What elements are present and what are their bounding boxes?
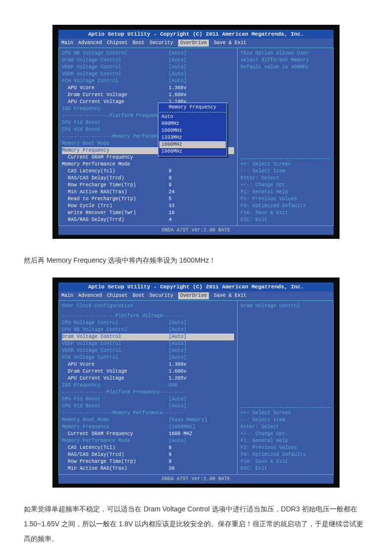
help-line: F1: General Help <box>241 438 330 444</box>
help-line: F9: Optimized Defaults <box>241 203 330 210</box>
bios-window: Aptio Setup Utility - Copyright (C) 2011… <box>52 25 340 239</box>
help-line: +/-: Change Opt. <box>241 431 330 438</box>
setting-row[interactable]: Read to Precharge(Trtp)5 <box>62 196 234 203</box>
help-line: ESC: Exit <box>241 217 330 223</box>
settings-list[interactable]: ------------------Platform Voltage------… <box>62 313 234 472</box>
help-line: Enter: Select <box>241 175 330 182</box>
setting-row[interactable]: RAS/RAS Delay(Trrd)4 <box>62 217 234 223</box>
bios-window: Aptio Setup Utility - Copyright (C) 2011… <box>52 278 340 488</box>
help-line: ESC: Exit <box>241 465 330 472</box>
bios-left-panel: Over Clock Configuration ---------------… <box>59 301 237 474</box>
setting-row[interactable]: Memory Frequency[1600MHz] <box>62 424 234 431</box>
setting-row[interactable]: Memory Boot Mode[Easy Memory] <box>62 417 234 424</box>
help-line: F1: General Help <box>241 189 330 196</box>
setting-row[interactable]: CPU Fid Boost[Auto] <box>62 396 234 403</box>
bios-title: Aptio Setup Utility - Copyright (C) 2011… <box>58 30 334 39</box>
setting-row[interactable]: APU Current Voltage1.205v <box>62 375 234 382</box>
popup-option[interactable]: 1600MHz <box>159 141 226 148</box>
help-line: ++: Select Screen <box>241 410 330 417</box>
menu-item[interactable]: Main <box>61 292 73 299</box>
setting-row[interactable]: CPU NB Voltage Control[Auto] <box>62 50 234 57</box>
menu-item[interactable]: Advanced <box>78 292 102 299</box>
popup-options[interactable]: Auto800MHz1066MHz1333MHz1600MHz1866MHz <box>159 113 226 155</box>
setting-row[interactable]: VDDP Voltage Control[Auto] <box>62 64 234 71</box>
setting-row[interactable]: CPU Vid Boost[Auto] <box>62 403 234 410</box>
bios-body: Over Clock Configuration ---------------… <box>58 300 334 475</box>
setting-row[interactable]: CAS Latency(Tcl)9 <box>62 168 234 175</box>
help-line: F9: Optimized Defaults <box>241 451 330 458</box>
bios-right-panel: This Option Allows Userselect different … <box>237 48 333 225</box>
help-line: select different Memory <box>241 57 330 64</box>
setting-row[interactable]: Row Cycle (Trc)33 <box>62 203 234 210</box>
help-line: Dram Voltage Control <box>241 303 330 310</box>
help-text: Dram Voltage Control <box>241 303 330 310</box>
popup-title: Memory Frequency <box>159 104 226 112</box>
help-line: Enter: Select <box>241 424 330 431</box>
help-line: ↑↓: Select Item <box>241 168 330 175</box>
bios-menu-bar[interactable]: MainAdvancedChipsetBootSecurityOverDrive… <box>58 291 334 300</box>
setting-row[interactable]: Row Precharge Time(Trp)9 <box>62 182 234 189</box>
key-legend: ++: Select Screen↑↓: Select ItemEnter: S… <box>241 159 330 223</box>
setting-row[interactable]: Memory Performance Mode[Auto] <box>62 438 234 444</box>
setting-row[interactable]: Memory Performance Mode <box>62 161 234 168</box>
setting-row[interactable]: FCH Voltage Control[Auto] <box>62 354 234 361</box>
setting-row[interactable]: Dram Voltage Control[Auto] <box>62 57 234 64</box>
menu-item[interactable]: Chipset <box>107 292 128 299</box>
setting-row[interactable]: CPU NB Voltage Control[Auto] <box>62 327 234 333</box>
setting-row[interactable]: VDDR Voltage Control[Auto] <box>62 347 234 354</box>
setting-row[interactable]: Min Active RAS(Tras)24 <box>62 189 234 196</box>
setting-row[interactable]: FCH Voltage Control[Auto] <box>62 78 234 85</box>
setting-row[interactable]: VDDP Voltage Control[Auto] <box>62 340 234 347</box>
popup-option[interactable]: 1333MHz <box>159 134 226 141</box>
setting-row[interactable]: RAS/CAS Delay(Trcd)9 <box>62 175 234 182</box>
setting-row[interactable]: APU Vcore1.360v <box>62 361 234 368</box>
setting-row[interactable]: CAS Latency(Tcl)9 <box>62 444 234 451</box>
popup-option[interactable]: 800MHz <box>159 120 226 127</box>
setting-row[interactable]: Dram Current Voltage1.600v <box>62 92 234 99</box>
menu-item[interactable]: Security <box>149 40 173 47</box>
setting-row[interactable]: Dram Voltage Control[Auto] <box>62 333 234 340</box>
help-line: F10: Save & Exit <box>241 458 330 465</box>
menu-item[interactable]: OverDrive <box>178 40 209 47</box>
setting-row[interactable]: ---------------Platform Frequency-------… <box>62 389 234 396</box>
setting-row[interactable]: APU Vcore1.368v <box>62 85 234 92</box>
setting-row[interactable]: ------------------Platform Voltage------… <box>62 313 234 320</box>
bios-screenshot-2: Aptio Setup Utility - Copyright (C) 2011… <box>20 278 372 488</box>
menu-item[interactable]: Boot <box>133 40 145 47</box>
menu-item[interactable]: Advanced <box>78 40 102 47</box>
setting-row[interactable]: Current DRAM Frequency1600 MHZ <box>62 431 234 438</box>
help-line: F10: Save & Exit <box>241 210 330 217</box>
article-text-1: 然后再 Memory Frequency 选项中将内存频率设为 1600MHz！ <box>24 253 368 268</box>
menu-item[interactable]: Save & Exit <box>214 292 246 299</box>
setting-row[interactable]: RAS/CAS Delay(Trcd)9 <box>62 451 234 458</box>
setting-row[interactable]: CPU Voltage Control[Auto] <box>62 320 234 327</box>
popup-option[interactable]: 1866MHz <box>159 148 226 155</box>
menu-item[interactable]: Chipset <box>107 40 128 47</box>
help-line: ++: Select Screen <box>241 161 330 168</box>
setting-row[interactable]: -----------------Memory Performnce------… <box>62 410 234 417</box>
menu-item[interactable]: OverDrive <box>178 292 209 299</box>
popup-option[interactable]: Auto <box>159 113 226 120</box>
popup-option[interactable]: 1066MHz <box>159 127 226 134</box>
bios-footer: ONDA A75T Ver:2.00 BATE <box>58 475 334 484</box>
bios-left-panel: CPU NB Voltage Control[Auto]Dram Voltage… <box>59 48 237 225</box>
setting-row[interactable]: IGD Frequency600 <box>62 382 234 389</box>
setting-row[interactable]: Dram Current Voltage1.600v <box>62 368 234 375</box>
bios-title: Aptio Setup Utility - Copyright (C) 2011… <box>58 282 334 291</box>
help-line: Default value is 400Mhz. <box>241 64 330 71</box>
section-heading: Over Clock Configuration <box>62 303 234 310</box>
memory-frequency-popup[interactable]: Memory Frequency Auto800MHz1066MHz1333MH… <box>158 103 227 157</box>
help-line: F2: Previous Values <box>241 444 330 451</box>
bios-footer: ONDA A75T Ver:2.00 BATE <box>58 226 334 235</box>
menu-item[interactable]: Boot <box>133 292 145 299</box>
menu-item[interactable]: Save & Exit <box>214 40 246 47</box>
help-line: ↑↓: Select Item <box>241 417 330 424</box>
bios-menu-bar[interactable]: MainAdvancedChipsetBootSecurityOverDrive… <box>58 39 334 48</box>
menu-item[interactable]: Main <box>61 40 73 47</box>
menu-item[interactable]: Security <box>149 292 173 299</box>
setting-row[interactable]: VDDR Voltage Control[Auto] <box>62 71 234 78</box>
setting-row[interactable]: Min Active RAS(Tras)30 <box>62 465 234 472</box>
setting-row[interactable]: Row Precharge Time(Trp)9 <box>62 458 234 465</box>
help-line: +/-: Change Opt. <box>241 182 330 189</box>
setting-row[interactable]: Write Recover Time(Twr)10 <box>62 210 234 217</box>
